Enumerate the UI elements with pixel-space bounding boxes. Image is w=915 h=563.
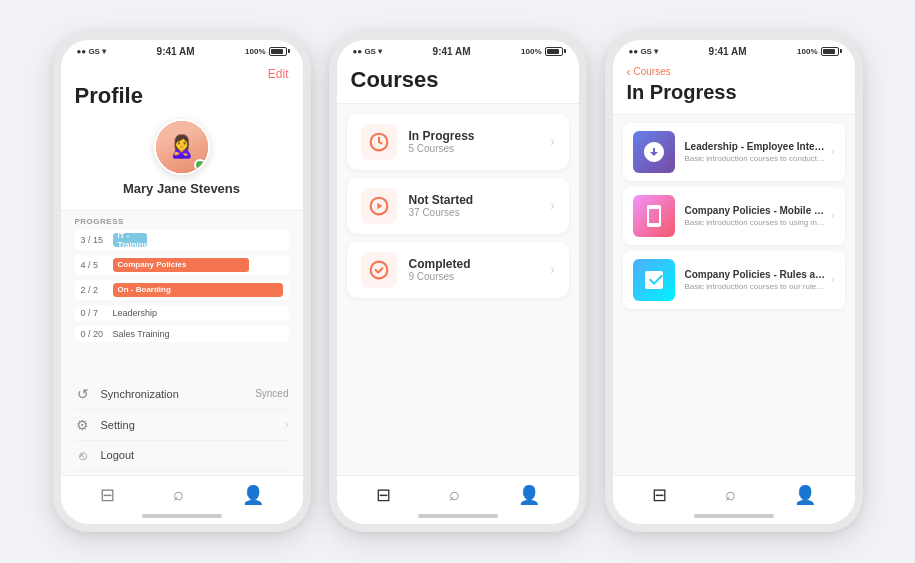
home-indicator-1 (142, 514, 222, 518)
phone-profile: ●● GS ▾ 9:41 AM 100% Edit Profile 🙎‍♀️ (53, 32, 311, 532)
nav-home-icon-3[interactable]: ⊟ (652, 484, 667, 506)
menu-logout-label: Logout (101, 449, 289, 461)
in-progress-info: In Progress 5 Courses (409, 129, 551, 154)
battery-icon-1 (269, 47, 287, 56)
back-chevron-icon: ‹ (627, 65, 631, 79)
in-progress-name: In Progress (409, 129, 551, 143)
progress-count-sales: 0 / 20 (81, 329, 109, 339)
nav-profile-icon-3[interactable]: 👤 (794, 484, 816, 506)
course-items-list: Leadership - Employee Intervie ... Basic… (613, 115, 855, 475)
course-item-1[interactable]: Leadership - Employee Intervie ... Basic… (623, 123, 845, 181)
not-started-icon (361, 188, 397, 224)
course-thumb-1 (633, 131, 675, 173)
time-3: 9:41 AM (709, 46, 747, 57)
edit-button[interactable]: Edit (268, 67, 289, 81)
nav-search-icon-2[interactable]: ⌕ (449, 484, 460, 505)
menu-item-logout[interactable]: ⎋ Logout (75, 441, 289, 471)
battery-icon-2 (545, 47, 563, 56)
not-started-chevron-icon: › (551, 199, 555, 213)
profile-screen: Edit Profile 🙎‍♀️ Mary Jane Stevens PROG… (61, 59, 303, 475)
profile-name: Mary Jane Stevens (75, 181, 289, 196)
completed-count: 9 Courses (409, 271, 551, 282)
not-started-name: Not Started (409, 193, 551, 207)
nav-search-icon-3[interactable]: ⌕ (725, 484, 736, 505)
nav-home-icon-1[interactable]: ⊟ (100, 484, 115, 506)
progress-item-sales: 0 / 20 Sales Training (75, 326, 289, 342)
progress-bar-it: IT - Training (113, 233, 283, 247)
progress-fill-onboarding: On - Boarding (113, 283, 283, 297)
bottom-nav-1: ⊟ ⌕ 👤 (61, 475, 303, 510)
in-progress-count: 5 Courses (409, 143, 551, 154)
inprogress-title: In Progress (627, 81, 841, 104)
progress-count-it: 3 / 15 (81, 235, 109, 245)
nav-search-icon-1[interactable]: ⌕ (173, 484, 184, 505)
nav-home-icon-2[interactable]: ⊟ (376, 484, 391, 506)
course-desc-2: Basic introduction courses to using mobi… (685, 218, 826, 227)
home-indicator-2 (418, 514, 498, 518)
course-item-2[interactable]: Company Policies - Mobile and ... Basic … (623, 187, 845, 245)
course-chevron-3: › (831, 274, 834, 285)
battery-icon-3 (821, 47, 839, 56)
menu-setting-label: Setting (101, 419, 282, 431)
progress-text-sales: Sales Training (113, 329, 170, 339)
profile-header: Edit Profile 🙎‍♀️ Mary Jane Stevens (61, 59, 303, 211)
profile-header-top: Edit (75, 67, 289, 81)
nav-profile-icon-2[interactable]: 👤 (518, 484, 540, 506)
progress-count-onboarding: 2 / 2 (81, 285, 109, 295)
progress-item-it: 3 / 15 IT - Training (75, 230, 289, 250)
course-name-3: Company Policies - Rules and ... (685, 269, 826, 280)
not-started-count: 37 Courses (409, 207, 551, 218)
progress-bar-policies: Company Policies (113, 258, 283, 272)
course-item-3[interactable]: Company Policies - Rules and ... Basic i… (623, 251, 845, 309)
back-label: Courses (634, 66, 671, 77)
bottom-nav-3: ⊟ ⌕ 👤 (613, 475, 855, 510)
avatar-container: 🙎‍♀️ (75, 119, 289, 175)
category-not-started[interactable]: Not Started 37 Courses › (347, 178, 569, 234)
progress-count-policies: 4 / 5 (81, 260, 109, 270)
phones-container: ●● GS ▾ 9:41 AM 100% Edit Profile 🙎‍♀️ (33, 12, 883, 552)
in-progress-chevron-icon: › (551, 135, 555, 149)
nav-profile-icon-1[interactable]: 👤 (242, 484, 264, 506)
completed-info: Completed 9 Courses (409, 257, 551, 282)
status-bar-2: ●● GS ▾ 9:41 AM 100% (337, 40, 579, 59)
battery-text-3: 100% (797, 47, 817, 56)
course-name-1: Leadership - Employee Intervie ... (685, 141, 826, 152)
completed-name: Completed (409, 257, 551, 271)
battery-area-2: 100% (521, 47, 562, 56)
courses-list: In Progress 5 Courses › Not Started (337, 104, 579, 475)
course-thumb-2 (633, 195, 675, 237)
progress-fill-it: IT - Training (113, 233, 147, 247)
profile-title: Profile (75, 83, 289, 109)
battery-text-2: 100% (521, 47, 541, 56)
menu-item-setting[interactable]: ⚙ Setting › (75, 410, 289, 441)
course-info-3: Company Policies - Rules and ... Basic i… (685, 269, 826, 291)
progress-bar-onboarding: On - Boarding (113, 283, 283, 297)
menu-sync-value: Synced (255, 388, 288, 399)
bottom-nav-2: ⊟ ⌕ 👤 (337, 475, 579, 510)
course-desc-1: Basic introduction courses to conduction… (685, 154, 826, 163)
svg-point-3 (370, 261, 387, 278)
battery-area-1: 100% (245, 47, 286, 56)
category-in-progress[interactable]: In Progress 5 Courses › (347, 114, 569, 170)
avatar: 🙎‍♀️ (154, 119, 210, 175)
menu-item-sync[interactable]: ↺ Synchronization Synced (75, 379, 289, 410)
progress-text-leadership: Leadership (113, 308, 158, 318)
gear-icon: ⚙ (75, 417, 91, 433)
signal-text-3: ●● GS ▾ (629, 47, 659, 56)
courses-title: Courses (351, 67, 565, 93)
menu-sync-label: Synchronization (101, 388, 256, 400)
course-chevron-2: › (831, 210, 834, 221)
back-button[interactable]: ‹ Courses (627, 65, 841, 79)
phone-in-progress: ●● GS ▾ 9:41 AM 100% ‹ Courses In Progre… (605, 32, 863, 532)
progress-item-onboarding: 2 / 2 On - Boarding (75, 280, 289, 300)
progress-label: PROGRESS (75, 217, 289, 226)
courses-header: Courses (337, 59, 579, 104)
course-chevron-1: › (831, 146, 834, 157)
progress-item-policies: 4 / 5 Company Policies (75, 255, 289, 275)
progress-item-leadership: 0 / 7 Leadership (75, 305, 289, 321)
progress-fill-policies: Company Policies (113, 258, 249, 272)
course-desc-3: Basic introduction courses to our rules … (685, 282, 826, 291)
profile-menu: ↺ Synchronization Synced ⚙ Setting › ⎋ L… (61, 375, 303, 475)
completed-icon (361, 252, 397, 288)
category-completed[interactable]: Completed 9 Courses › (347, 242, 569, 298)
